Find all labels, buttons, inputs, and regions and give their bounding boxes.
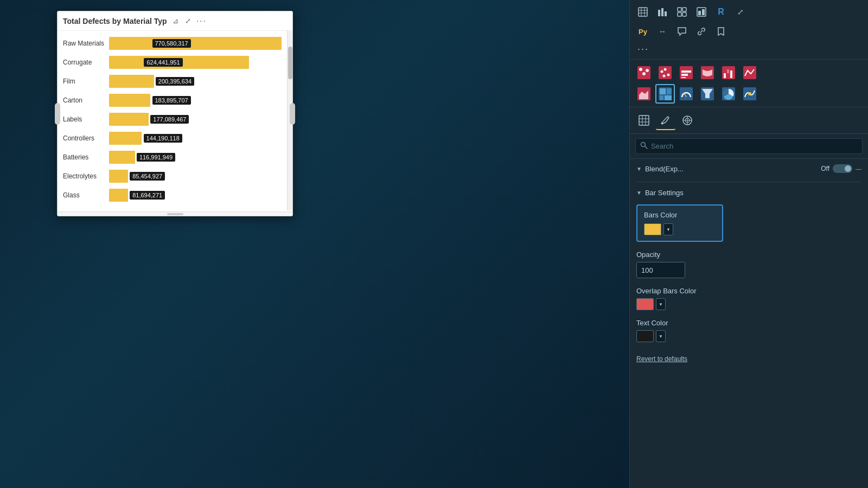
blend-toggle-icon: ▼ xyxy=(636,166,642,172)
svg-rect-10 xyxy=(678,12,681,16)
toolbar-icon-arrows[interactable]: ↔ xyxy=(654,23,671,40)
resize-dots xyxy=(167,213,183,215)
bar-outer: 624,441,951 xyxy=(109,56,282,69)
bar-row: Raw Materials770,580,317 xyxy=(63,35,282,52)
toolbar-icon-grid-chart[interactable] xyxy=(693,3,710,21)
svg-line-58 xyxy=(645,146,648,149)
search-icon xyxy=(640,142,648,151)
svg-rect-11 xyxy=(682,12,686,16)
bar-fill xyxy=(109,151,135,164)
three-dots-more[interactable]: ··· xyxy=(634,42,864,56)
bar-row: Controllers144,190,118 xyxy=(63,130,282,146)
viz-icon-line[interactable] xyxy=(740,63,760,82)
toolbar-icon-link[interactable] xyxy=(693,23,710,40)
viz-icon-area[interactable] xyxy=(634,84,654,104)
bars-color-picker-row: ▼ xyxy=(644,223,716,235)
bar-outer: 85,454,927 xyxy=(109,170,282,183)
bars-color-dropdown-btn[interactable]: ▼ xyxy=(663,223,673,235)
overlap-color-dropdown-btn[interactable]: ▼ xyxy=(656,298,666,310)
search-container xyxy=(630,134,868,159)
viz-icon-treemap[interactable] xyxy=(655,84,675,104)
bar-outer: 177,089,467 xyxy=(109,113,282,126)
chart-header: Total Defects by Material Typ ⊿ ⤢ ··· xyxy=(58,11,292,31)
chart-title: Total Defects by Material Typ xyxy=(63,17,167,25)
chart-scrollbar-thumb[interactable] xyxy=(288,47,292,79)
bar-outer: 116,991,949 xyxy=(109,151,282,164)
toggle-off-label: Off xyxy=(821,165,829,172)
chart-left-resize-handle[interactable] xyxy=(55,103,60,125)
svg-rect-36 xyxy=(660,88,666,94)
svg-rect-40 xyxy=(680,87,693,100)
svg-rect-25 xyxy=(681,70,691,73)
text-color-swatch[interactable] xyxy=(636,330,654,342)
viz-icon-bar[interactable] xyxy=(676,63,696,82)
search-box[interactable] xyxy=(635,138,863,154)
viz-icon-grid xyxy=(630,60,868,107)
bar-outer: 770,580,317 xyxy=(109,37,282,50)
svg-rect-9 xyxy=(682,8,686,11)
bars-color-card: Bars Color ▼ xyxy=(636,204,723,242)
toolbar-icon-r[interactable]: R xyxy=(712,3,730,21)
bars-color-swatch[interactable] xyxy=(644,223,661,235)
bar-row: Electrolytes85,454,927 xyxy=(63,168,282,184)
viz-icon-ribbon[interactable] xyxy=(698,63,717,82)
toolbar-icon-expand2[interactable]: ⤢ xyxy=(732,3,749,21)
right-panel: R ⤢ Py ↔ ··· xyxy=(629,0,868,488)
toolbar-icon-table[interactable] xyxy=(634,3,652,21)
blend-header[interactable]: ▼ Blend(Exp... xyxy=(636,165,684,173)
format-icon-paintbrush[interactable] xyxy=(656,111,675,130)
bar-value: 770,580,317 xyxy=(152,39,191,48)
svg-point-22 xyxy=(667,74,670,76)
viz-icon-gauge[interactable] xyxy=(676,84,696,104)
blend-toggle-track[interactable] xyxy=(833,164,852,173)
search-input[interactable] xyxy=(651,142,858,150)
revert-to-defaults-btn[interactable]: Revert to defaults xyxy=(636,355,687,363)
svg-point-20 xyxy=(661,70,663,73)
bar-settings-label: Bar Settings xyxy=(645,189,684,197)
chart-more-options-icon[interactable]: ··· xyxy=(196,16,207,26)
bar-value: 144,190,118 xyxy=(144,134,182,143)
bar-settings-header[interactable]: ▼ Bar Settings xyxy=(636,189,861,197)
format-icon-table[interactable] xyxy=(634,111,654,130)
viz-icon-funnel[interactable] xyxy=(698,84,717,104)
svg-rect-7 xyxy=(665,11,667,16)
svg-rect-38 xyxy=(660,95,663,100)
svg-point-46 xyxy=(748,92,751,95)
viz-icon-custom[interactable] xyxy=(740,84,760,104)
svg-rect-6 xyxy=(661,8,663,16)
bar-row: Carton183,895,707 xyxy=(63,92,282,108)
chart-right-resize-handle[interactable] xyxy=(290,103,295,125)
viz-icon-waterfall[interactable] xyxy=(719,63,738,82)
expand-icon[interactable]: ⤢ xyxy=(184,16,192,26)
bar-row: Batteries116,991,949 xyxy=(63,149,282,165)
viz-icon-scatter2[interactable] xyxy=(655,63,675,82)
svg-rect-5 xyxy=(658,10,660,16)
svg-point-18 xyxy=(646,69,649,72)
bar-fill xyxy=(109,132,142,145)
toolbar-icon-matrix[interactable] xyxy=(673,3,691,21)
bar-row: Glass81,694,271 xyxy=(63,187,282,203)
blend-row: ▼ Blend(Exp... Off — xyxy=(636,164,861,173)
bar-outer: 200,395,634 xyxy=(109,75,282,88)
text-color-dropdown-btn[interactable]: ▼ xyxy=(656,330,666,342)
bar-label: Electrolytes xyxy=(63,172,109,180)
svg-point-16 xyxy=(639,68,642,71)
bar-outer: 144,190,118 xyxy=(109,132,282,145)
opacity-input[interactable] xyxy=(637,262,685,278)
filter-icon[interactable]: ⊿ xyxy=(171,16,180,26)
toolbar-icon-chart-bar[interactable] xyxy=(654,3,671,21)
overlap-color-swatch[interactable] xyxy=(636,298,654,310)
svg-rect-27 xyxy=(681,77,686,78)
viz-icon-scatter[interactable] xyxy=(634,63,654,82)
chart-bottom-resize-handle[interactable] xyxy=(58,211,292,216)
svg-rect-47 xyxy=(639,115,649,125)
toolbar-icon-bookmark[interactable] xyxy=(712,23,730,40)
bar-fill xyxy=(109,170,128,183)
toolbar-icon-py[interactable]: Py xyxy=(634,23,652,40)
format-toolbar xyxy=(630,107,868,134)
svg-rect-13 xyxy=(698,11,701,15)
format-icon-analytics[interactable] xyxy=(678,111,697,130)
toolbar-icon-comment[interactable] xyxy=(673,23,691,40)
bar-value: 183,895,707 xyxy=(152,96,191,105)
viz-icon-pie[interactable] xyxy=(719,84,738,104)
